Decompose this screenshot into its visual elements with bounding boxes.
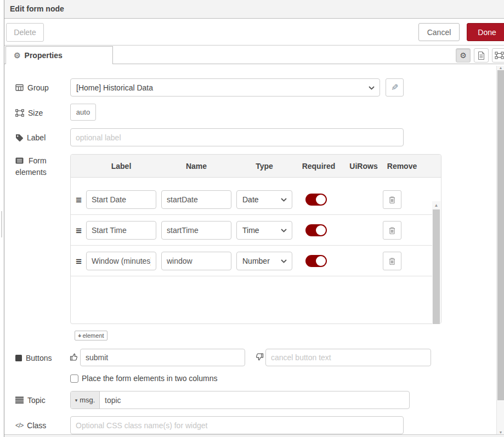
group-select[interactable]: [Home] Historical Data xyxy=(70,78,380,97)
form-element-row: ≡ Time xyxy=(71,215,434,246)
class-input[interactable] xyxy=(70,416,404,434)
properties-view-button[interactable]: ⚙ xyxy=(456,48,471,63)
topic-type-label: msg. xyxy=(80,396,95,404)
group-field-label: Group xyxy=(15,78,49,97)
tray-resize-bar[interactable] xyxy=(4,434,504,437)
column-header-remove: Remove xyxy=(382,155,422,178)
done-button[interactable]: Done xyxy=(467,23,504,41)
edit-group-button[interactable]: ✎ xyxy=(386,78,404,97)
delete-button[interactable]: Delete xyxy=(6,23,44,42)
form-elements-table-header: Label Name Type Required UiRows Remove xyxy=(71,155,441,178)
document-icon xyxy=(478,51,485,60)
tag-icon xyxy=(15,134,23,141)
caret-down-icon: ▾ xyxy=(75,398,78,403)
trash-icon xyxy=(388,196,396,204)
two-columns-checkbox[interactable] xyxy=(70,374,78,383)
tab-properties-label: Properties xyxy=(25,51,63,60)
object-size-icon xyxy=(15,109,24,117)
required-toggle[interactable] xyxy=(305,255,327,267)
topic-value-input[interactable]: topic xyxy=(100,391,409,408)
group-select-value: [Home] Historical Data xyxy=(76,83,153,92)
cancel-button-text-input[interactable] xyxy=(265,349,431,366)
remove-element-button[interactable] xyxy=(383,221,401,240)
class-field-label: </> Class xyxy=(15,416,46,434)
gear-icon: ⚙ xyxy=(14,52,21,59)
column-header-uirows: UiRows xyxy=(345,155,382,178)
pencil-icon: ✎ xyxy=(391,83,398,92)
appearance-view-button[interactable] xyxy=(492,48,504,63)
tab-properties[interactable]: ⚙ Properties xyxy=(5,46,113,64)
scroll-up-icon[interactable]: ▲ xyxy=(497,66,504,70)
column-header-name: Name xyxy=(161,155,231,178)
code-icon: </> xyxy=(15,422,23,429)
element-type-select[interactable]: Number xyxy=(236,252,292,270)
size-value-button[interactable]: auto xyxy=(70,104,96,121)
form-element-row: ≡ Number xyxy=(71,246,434,276)
table-scrollbar[interactable]: ▲ ▼ xyxy=(432,201,440,324)
layout-icon xyxy=(495,52,504,59)
list-icon xyxy=(15,157,26,166)
button-icon xyxy=(15,355,22,361)
form-elements-table: Label Name Type Required UiRows Remove ≡… xyxy=(70,154,441,324)
two-columns-label: Place the form elements in two columns xyxy=(82,374,217,383)
add-element-button[interactable]: +element xyxy=(75,331,107,340)
label-input[interactable] xyxy=(70,128,404,146)
remove-element-button[interactable] xyxy=(383,252,401,270)
gear-icon: ⚙ xyxy=(460,52,467,59)
tasks-icon xyxy=(15,396,24,404)
drag-handle-icon[interactable]: ≡ xyxy=(76,194,82,205)
submit-button-text-input[interactable] xyxy=(80,349,245,366)
tray-resize-edge[interactable] xyxy=(0,0,4,437)
label-field-label: Label xyxy=(15,128,46,146)
description-view-button[interactable] xyxy=(474,48,489,63)
topic-typed-input: ▾ msg. topic xyxy=(70,391,410,409)
drag-handle-icon[interactable]: ≡ xyxy=(76,225,82,235)
thumbs-up-icon xyxy=(70,353,78,361)
element-name-input[interactable] xyxy=(161,190,231,209)
buttons-field-label: Buttons xyxy=(15,349,52,367)
plus-icon: + xyxy=(78,332,81,339)
tray-grip[interactable] xyxy=(1,211,2,237)
table-scrollbar-thumb[interactable] xyxy=(433,209,440,324)
table-icon xyxy=(15,84,24,91)
topic-type-button[interactable]: ▾ msg. xyxy=(71,391,100,408)
dialog-title: Edit form node xyxy=(4,0,504,19)
element-type-select[interactable]: Time xyxy=(236,221,292,240)
chevron-down-icon xyxy=(281,259,287,263)
required-toggle[interactable] xyxy=(305,224,327,236)
element-type-select[interactable]: Date xyxy=(236,190,292,209)
column-header-type: Type xyxy=(236,155,292,178)
topic-field-label: Topic xyxy=(15,391,46,409)
column-header-label: Label xyxy=(86,155,156,178)
element-label-input[interactable] xyxy=(86,252,156,270)
scroll-up-icon[interactable]: ▲ xyxy=(432,201,440,209)
element-label-input[interactable] xyxy=(86,221,156,240)
form-elements-field-label: Form elements xyxy=(15,155,63,178)
required-toggle[interactable] xyxy=(305,194,327,206)
form-elements-table-body: ≡ Date ≡ Time xyxy=(71,178,441,324)
element-name-input[interactable] xyxy=(161,221,231,240)
main-scrollbar[interactable]: ▲ ▼ xyxy=(496,66,504,434)
chevron-down-icon xyxy=(369,86,375,90)
cancel-button[interactable]: Cancel xyxy=(418,23,460,41)
trash-icon xyxy=(388,226,396,235)
thumbs-down-icon xyxy=(255,353,264,361)
chevron-down-icon xyxy=(281,198,287,202)
drag-handle-icon[interactable]: ≡ xyxy=(76,256,82,266)
edit-form-node-dialog: Edit form node Delete Cancel Done ⚙ Prop… xyxy=(0,0,504,437)
size-field-label: Size xyxy=(15,104,43,122)
two-columns-option: Place the form elements in two columns xyxy=(70,373,217,384)
form-element-row: ≡ Date xyxy=(71,184,434,215)
element-name-input[interactable] xyxy=(161,252,231,270)
chevron-down-icon xyxy=(281,229,287,232)
trash-icon xyxy=(388,257,396,265)
scroll-down-icon[interactable]: ▼ xyxy=(497,430,504,434)
column-header-required: Required xyxy=(292,155,345,178)
main-scrollbar-thumb[interactable] xyxy=(497,70,504,400)
remove-element-button[interactable] xyxy=(383,190,401,209)
element-label-input[interactable] xyxy=(86,190,156,209)
